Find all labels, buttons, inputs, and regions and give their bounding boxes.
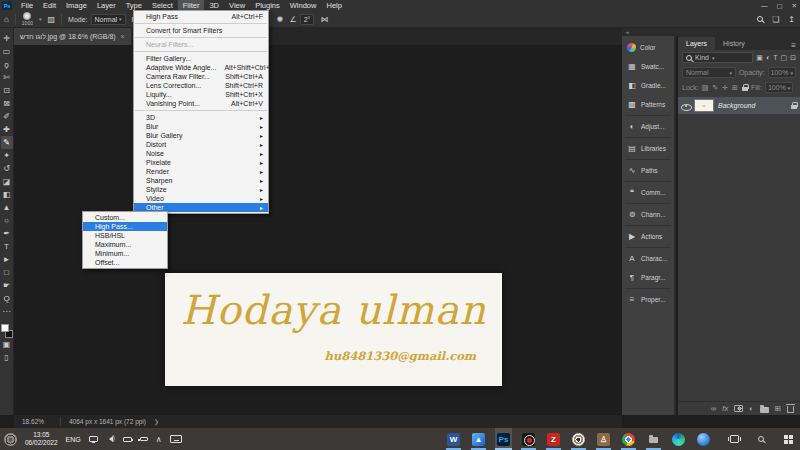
taskbar-app-photos[interactable]: ▲: [470, 428, 487, 450]
filter-type-layers-icon[interactable]: T: [773, 54, 777, 61]
home-icon[interactable]: ⌂: [4, 15, 9, 24]
layer-thumbnail[interactable]: ≈: [694, 99, 714, 112]
filter-menu-item-video[interactable]: Video▸: [134, 194, 268, 203]
color-swatches[interactable]: [1, 324, 13, 338]
tray-chevron-up-icon[interactable]: ∧: [156, 435, 162, 444]
taskbar-search-button[interactable]: [753, 428, 769, 450]
taskbar-app-pdf-app[interactable]: Z: [545, 428, 562, 450]
panel-button-paths[interactable]: ∿Paths: [622, 161, 674, 180]
menubar-item-file[interactable]: File: [16, 0, 38, 11]
delete-layer-icon[interactable]: [787, 406, 794, 413]
new-layer-icon[interactable]: ⊞: [775, 404, 781, 413]
filter-adjustment-layers-icon[interactable]: ◐: [766, 54, 770, 61]
lock-paint-icon[interactable]: ✎: [712, 84, 718, 92]
gradient-tool[interactable]: ◧: [1, 188, 13, 201]
tray-touch-keyboard-icon[interactable]: [170, 435, 182, 443]
workspace-switcher-icon[interactable]: ❏: [772, 15, 779, 24]
new-adjustment-layer-icon[interactable]: ◐: [749, 404, 754, 413]
panel-button-comments[interactable]: ❝Comm...: [622, 183, 674, 202]
filter-menu-item-blur-gallery[interactable]: Blur Gallery▸: [134, 131, 268, 140]
taskbar-app-word[interactable]: W: [445, 428, 462, 450]
pen-tool[interactable]: ✒: [1, 227, 13, 240]
panel-menu-icon[interactable]: ≡: [791, 41, 800, 50]
other-submenu-item-custom[interactable]: Custom...: [83, 213, 167, 222]
taskbar-app-store-sphere[interactable]: [695, 428, 712, 450]
tray-usb-icon[interactable]: [140, 437, 148, 441]
symmetry-butterfly-icon[interactable]: ⋈: [320, 15, 328, 24]
tray-volume-icon[interactable]: [106, 435, 115, 443]
brush-tool[interactable]: ✎: [1, 136, 13, 149]
other-submenu-item-offset[interactable]: Offset...: [83, 258, 167, 267]
filter-smart-objects-icon[interactable]: ⊡: [790, 54, 796, 62]
zoom-tool[interactable]: Q: [1, 292, 13, 305]
collapse-dock-icon[interactable]: «: [626, 29, 629, 35]
taskbar-clock[interactable]: 13:05 06/02/2022: [25, 431, 58, 447]
filter-menu-item-convert-smart-filters[interactable]: Convert for Smart Filters: [134, 26, 268, 35]
lasso-tool[interactable]: ϙ: [1, 58, 13, 71]
filter-menu-item-lens-correction[interactable]: Lens Correction...Shift+Ctrl+R: [134, 81, 268, 90]
brush-angle-input[interactable]: 2°: [300, 14, 315, 25]
lock-position-icon[interactable]: ✛: [722, 84, 728, 92]
tray-display-icon[interactable]: [89, 436, 98, 442]
new-group-icon[interactable]: [760, 407, 769, 413]
language-indicator[interactable]: ENG: [66, 436, 81, 443]
smoothing-options-gear-icon[interactable]: ✺: [277, 15, 284, 24]
layer-visibility-eye-icon[interactable]: [681, 102, 690, 110]
menubar-item-help[interactable]: Help: [321, 0, 346, 11]
type-tool[interactable]: T: [1, 240, 13, 253]
panel-button-adjustments[interactable]: ◐Adjust...: [622, 117, 674, 136]
brush-preset-picker[interactable]: 1000: [22, 12, 33, 26]
taskbar-app-contacts-app[interactable]: ♙: [595, 428, 612, 450]
taskbar-app-screen-recorder[interactable]: [520, 428, 537, 450]
screen-mode-button[interactable]: ▯: [1, 351, 13, 364]
taskbar-app-edge[interactable]: [670, 428, 687, 450]
taskbar-task-view-button[interactable]: [726, 428, 742, 450]
filter-menu-item-render[interactable]: Render▸: [134, 167, 268, 176]
filter-menu-item-distort[interactable]: Distort▸: [134, 140, 268, 149]
taskbar-app-chrome[interactable]: [620, 428, 637, 450]
taskbar-app-photoshop[interactable]: Ps: [495, 428, 512, 450]
other-submenu-item-maximum[interactable]: Maximum...: [83, 240, 167, 249]
add-layer-mask-icon[interactable]: [734, 405, 743, 412]
filter-menu-item-adaptive-wide-angle[interactable]: Adaptive Wide Angle...Alt+Shift+Ctrl+A: [134, 63, 268, 72]
taskbar-start-button[interactable]: [780, 428, 796, 450]
filter-menu-item-sharpen[interactable]: Sharpen▸: [134, 176, 268, 185]
fill-input[interactable]: 100%▾: [765, 82, 793, 93]
blend-mode-select[interactable]: Normal▾: [91, 14, 126, 25]
other-submenu-item-minimum[interactable]: Minimum...: [83, 249, 167, 258]
panel-button-paragraph[interactable]: ¶Paragr...: [622, 268, 674, 287]
blur-tool[interactable]: ▲: [1, 201, 13, 214]
filter-menu-item-3d[interactable]: 3D▸: [134, 113, 268, 122]
document-tab[interactable]: לוגו חדש.jpg @ 18.6% (RGB/8) ×: [14, 28, 131, 45]
taskbar-app-file-explorer[interactable]: [645, 428, 662, 450]
tray-app-icon[interactable]: [4, 433, 17, 446]
panel-button-libraries[interactable]: ▤Libraries: [622, 139, 674, 158]
panel-button-color[interactable]: Color: [622, 38, 674, 57]
menubar-item-image[interactable]: Image: [61, 0, 92, 11]
maximize-button[interactable]: ▢: [776, 2, 782, 10]
layer-name[interactable]: Background: [718, 102, 787, 109]
move-tool[interactable]: ✛: [1, 32, 13, 45]
zoom-level-field[interactable]: 18.62%: [22, 418, 52, 425]
clone-stamp-tool[interactable]: ✦: [1, 149, 13, 162]
blend-mode-select[interactable]: Normal ▾: [682, 67, 736, 78]
menubar-item-window[interactable]: Window: [285, 0, 322, 11]
shape-tool[interactable]: □: [1, 266, 13, 279]
quick-mask-button[interactable]: ▣: [1, 338, 13, 351]
spot-healing-brush-tool[interactable]: ✚: [1, 123, 13, 136]
menubar-item-layer[interactable]: Layer: [92, 0, 121, 11]
lock-artboard-icon[interactable]: ⊞: [732, 84, 738, 92]
hand-tool[interactable]: ☛: [1, 279, 13, 292]
menubar-item-edit[interactable]: Edit: [38, 0, 61, 11]
panel-button-properties[interactable]: ≡Proper...: [622, 290, 674, 309]
opacity-input[interactable]: 100%▾: [768, 67, 796, 78]
filter-menu-item-high-pass-repeat[interactable]: High PassAlt+Ctrl+F: [134, 12, 268, 21]
link-layers-icon[interactable]: ∞: [711, 404, 716, 413]
quick-selection-tool[interactable]: ✄: [1, 71, 13, 84]
panel-button-patterns[interactable]: ▩Patterns: [622, 95, 674, 114]
filter-shape-layers-icon[interactable]: ▢: [781, 54, 788, 62]
panel-button-channels[interactable]: ⊚Chann...: [622, 205, 674, 224]
frame-tool[interactable]: ⊠: [1, 97, 13, 110]
foreground-color-swatch[interactable]: [1, 324, 9, 332]
search-icon[interactable]: [757, 16, 763, 22]
